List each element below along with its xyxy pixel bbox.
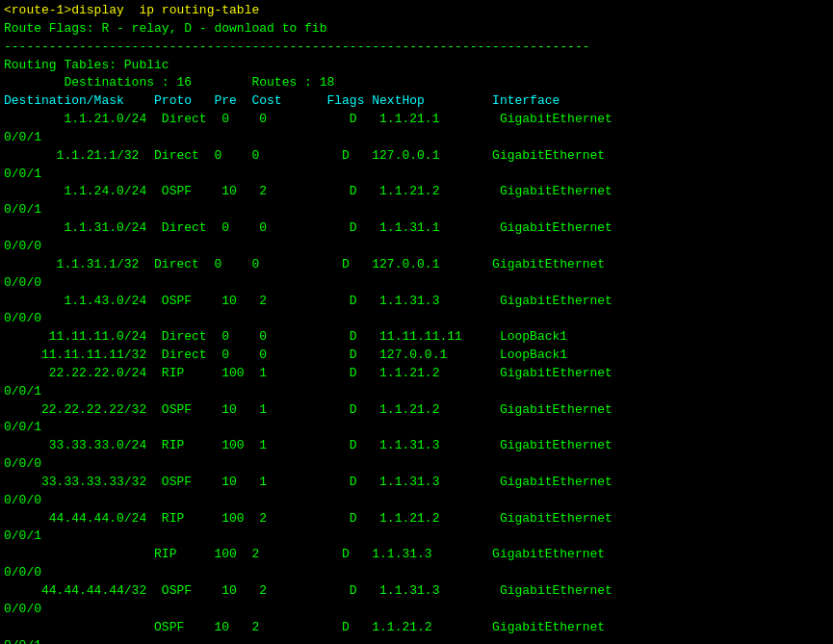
terminal-line: 1.1.24.0/24 OSPF 10 2 D 1.1.21.2 Gigabit… (4, 183, 829, 201)
terminal-line: 1.1.31.0/24 Direct 0 0 D 1.1.31.1 Gigabi… (4, 219, 829, 238)
terminal-line: 11.11.11.11/32 Direct 0 0 D 127.0.0.1 Lo… (4, 347, 829, 365)
terminal-line: 22.22.22.0/24 RIP 100 1 D 1.1.21.2 Gigab… (4, 365, 829, 383)
terminal-line: 1.1.21.1/32 Direct 0 0 D 127.0.0.1 Gigab… (4, 147, 829, 166)
terminal-line: 44.44.44.0/24 RIP 100 2 D 1.1.21.2 Gigab… (4, 510, 829, 528)
terminal-line: 0/0/1 (4, 129, 829, 147)
terminal-line: 0/0/0 (4, 274, 829, 293)
terminal-line: Destinations : 16 Routes : 18 (4, 74, 829, 92)
terminal-line: Routing Tables: Public (4, 57, 829, 75)
terminal-line: 1.1.43.0/24 OSPF 10 2 D 1.1.31.3 Gigabit… (4, 293, 829, 311)
terminal-line: 0/0/1 (4, 528, 829, 546)
terminal-line: 0/0/1 (4, 637, 829, 644)
terminal-line: <route-1>display ip routing-table (4, 2, 829, 20)
terminal-line: 22.22.22.22/32 OSPF 10 1 D 1.1.21.2 Giga… (4, 401, 829, 420)
terminal-line: 0/0/1 (4, 201, 829, 219)
terminal-line: Route Flags: R - relay, D - download to … (4, 20, 829, 39)
terminal-line: Destination/Mask Proto Pre Cost Flags Ne… (4, 92, 829, 111)
terminal-line: 0/0/0 (4, 601, 829, 619)
terminal-line: 0/0/0 (4, 564, 829, 582)
terminal-line: 0/0/1 (4, 419, 829, 437)
terminal-window: <route-1>display ip routing-tableRoute F… (0, 0, 833, 644)
terminal-line: 0/0/0 (4, 238, 829, 256)
terminal-line: 0/0/1 (4, 166, 829, 184)
terminal-line: RIP 100 2 D 1.1.31.3 GigabitEthernet (4, 546, 829, 564)
terminal-line: 1.1.31.1/32 Direct 0 0 D 127.0.0.1 Gigab… (4, 256, 829, 274)
terminal-line: OSPF 10 2 D 1.1.21.2 GigabitEthernet (4, 619, 829, 637)
terminal-line: 33.33.33.33/32 OSPF 10 1 D 1.1.31.3 Giga… (4, 474, 829, 492)
terminal-line: 44.44.44.44/32 OSPF 10 2 D 1.1.31.3 Giga… (4, 582, 829, 601)
terminal-line: 0/0/1 (4, 383, 829, 401)
terminal-line: 1.1.21.0/24 Direct 0 0 D 1.1.21.1 Gigabi… (4, 111, 829, 129)
terminal-output: <route-1>display ip routing-tableRoute F… (4, 2, 829, 644)
terminal-line: 0/0/0 (4, 492, 829, 510)
terminal-line: 33.33.33.0/24 RIP 100 1 D 1.1.31.3 Gigab… (4, 437, 829, 455)
terminal-line: ----------------------------------------… (4, 39, 829, 57)
terminal-line: 11.11.11.0/24 Direct 0 0 D 11.11.11.11 L… (4, 328, 829, 347)
terminal-line: 0/0/0 (4, 310, 829, 328)
terminal-line: 0/0/0 (4, 455, 829, 474)
